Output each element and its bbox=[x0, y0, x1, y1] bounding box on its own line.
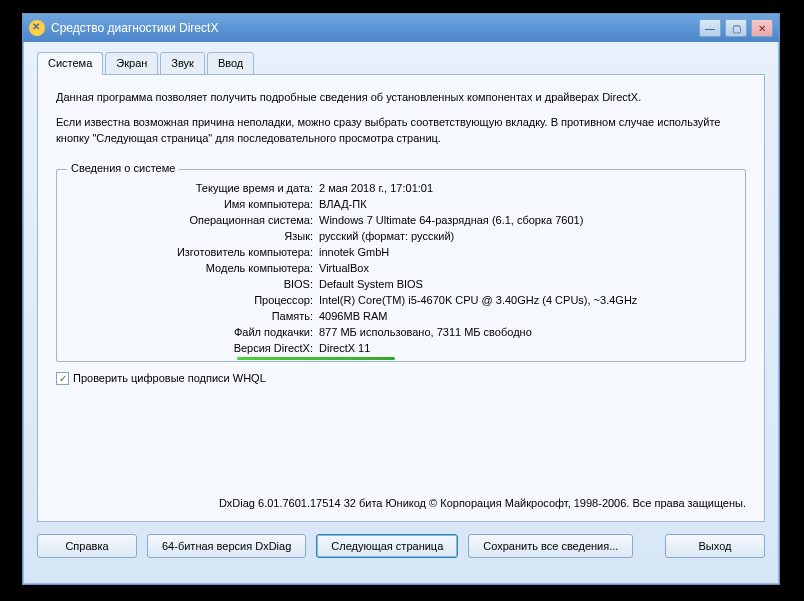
intro-text: Данная программа позволяет получить подр… bbox=[56, 89, 746, 155]
label-memory: Память: bbox=[69, 310, 319, 322]
next-page-button[interactable]: Следующая страница bbox=[316, 534, 458, 558]
intro-line1: Данная программа позволяет получить подр… bbox=[56, 89, 746, 106]
tabpage-system: Данная программа позволяет получить подр… bbox=[37, 74, 765, 522]
value-datetime: 2 мая 2018 г., 17:01:01 bbox=[319, 182, 433, 194]
value-model: VirtualBox bbox=[319, 262, 369, 274]
row-memory: Память: 4096MB RAM bbox=[69, 310, 733, 322]
value-bios: Default System BIOS bbox=[319, 278, 423, 290]
row-bios: BIOS: Default System BIOS bbox=[69, 278, 733, 290]
label-processor: Процессор: bbox=[69, 294, 319, 306]
button-label: Выход bbox=[699, 540, 732, 552]
value-pagefile: 877 МБ использовано, 7311 МБ свободно bbox=[319, 326, 532, 338]
button-label: Следующая страница bbox=[331, 540, 443, 552]
whql-row: ✓ Проверить цифровые подписи WHQL bbox=[56, 372, 746, 385]
spacer bbox=[643, 534, 655, 558]
maximize-button[interactable]: ▢ bbox=[725, 19, 747, 37]
row-model: Модель компьютера: VirtualBox bbox=[69, 262, 733, 274]
client-area: Система Экран Звук Ввод Данная программа… bbox=[23, 42, 779, 572]
label-manufacturer: Изготовитель компьютера: bbox=[69, 246, 319, 258]
system-info-group: Сведения о системе Текущие время и дата:… bbox=[56, 169, 746, 362]
row-datetime: Текущие время и дата: 2 мая 2018 г., 17:… bbox=[69, 182, 733, 194]
value-os: Windows 7 Ultimate 64-разрядная (6.1, сб… bbox=[319, 214, 583, 226]
label-bios: BIOS: bbox=[69, 278, 319, 290]
row-directx-version: Версия DirectX: DirectX 11 bbox=[69, 342, 733, 354]
x64-button[interactable]: 64-битная версия DxDiag bbox=[147, 534, 306, 558]
value-processor: Intel(R) Core(TM) i5-4670K CPU @ 3.40GHz… bbox=[319, 294, 637, 306]
button-label: 64-битная версия DxDiag bbox=[162, 540, 291, 552]
close-button[interactable]: ✕ bbox=[751, 19, 773, 37]
value-manufacturer: innotek GmbH bbox=[319, 246, 389, 258]
label-directx-version: Версия DirectX: bbox=[69, 342, 319, 354]
tab-display[interactable]: Экран bbox=[105, 52, 158, 75]
tab-system[interactable]: Система bbox=[37, 52, 103, 75]
row-processor: Процессор: Intel(R) Core(TM) i5-4670K CP… bbox=[69, 294, 733, 306]
tab-strip: Система Экран Звук Ввод bbox=[37, 52, 765, 75]
whql-checkbox[interactable]: ✓ bbox=[56, 372, 69, 385]
intro-line2: Если известна возможная причина неполадк… bbox=[56, 114, 746, 147]
help-button[interactable]: Справка bbox=[37, 534, 137, 558]
label-pagefile: Файл подкачки: bbox=[69, 326, 319, 338]
whql-label: Проверить цифровые подписи WHQL bbox=[73, 372, 266, 384]
row-pagefile: Файл подкачки: 877 МБ использовано, 7311… bbox=[69, 326, 733, 338]
value-directx-version: DirectX 11 bbox=[319, 342, 370, 354]
label-datetime: Текущие время и дата: bbox=[69, 182, 319, 194]
value-memory: 4096MB RAM bbox=[319, 310, 387, 322]
save-all-button[interactable]: Сохранить все сведения... bbox=[468, 534, 633, 558]
button-row: Справка 64-битная версия DxDiag Следующа… bbox=[37, 534, 765, 558]
row-computer-name: Имя компьютера: ВЛАД-ПК bbox=[69, 198, 733, 210]
label-os: Операционная система: bbox=[69, 214, 319, 226]
window-title: Средство диагностики DirectX bbox=[51, 21, 699, 35]
tab-label: Звук bbox=[171, 57, 194, 69]
minimize-button[interactable]: — bbox=[699, 19, 721, 37]
label-language: Язык: bbox=[69, 230, 319, 242]
button-label: Справка bbox=[65, 540, 108, 552]
dxdiag-icon bbox=[29, 20, 45, 36]
tab-label: Экран bbox=[116, 57, 147, 69]
footer-text: DxDiag 6.01.7601.17514 32 бита Юникод © … bbox=[56, 497, 746, 509]
label-model: Модель компьютера: bbox=[69, 262, 319, 274]
tab-input[interactable]: Ввод bbox=[207, 52, 254, 75]
titlebar: Средство диагностики DirectX — ▢ ✕ bbox=[23, 14, 779, 42]
value-computer-name: ВЛАД-ПК bbox=[319, 198, 367, 210]
button-label: Сохранить все сведения... bbox=[483, 540, 618, 552]
dxdiag-window: Средство диагностики DirectX — ▢ ✕ Систе… bbox=[22, 13, 780, 585]
tab-sound[interactable]: Звук bbox=[160, 52, 205, 75]
row-os: Операционная система: Windows 7 Ultimate… bbox=[69, 214, 733, 226]
exit-button[interactable]: Выход bbox=[665, 534, 765, 558]
row-language: Язык: русский (формат: русский) bbox=[69, 230, 733, 242]
row-manufacturer: Изготовитель компьютера: innotek GmbH bbox=[69, 246, 733, 258]
tab-label: Система bbox=[48, 57, 92, 69]
window-controls: — ▢ ✕ bbox=[699, 19, 773, 37]
label-computer-name: Имя компьютера: bbox=[69, 198, 319, 210]
value-language: русский (формат: русский) bbox=[319, 230, 454, 242]
tab-label: Ввод bbox=[218, 57, 243, 69]
system-info-legend: Сведения о системе bbox=[67, 162, 179, 174]
